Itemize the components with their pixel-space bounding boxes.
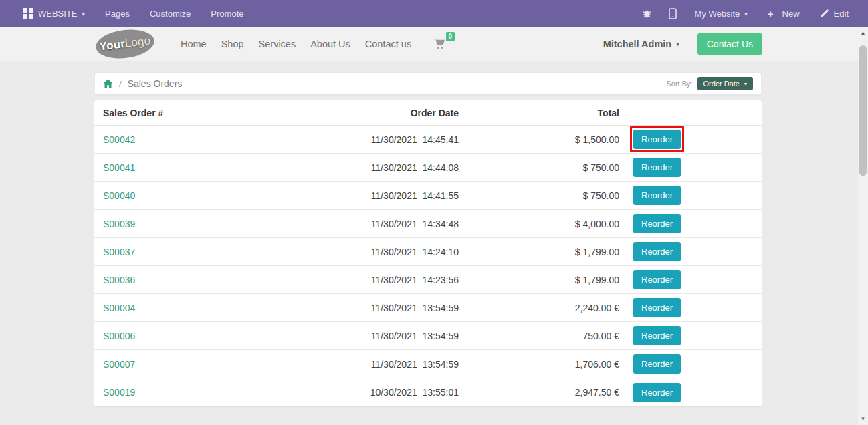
new-button[interactable]: + New (758, 0, 810, 27)
plus-icon: + (768, 9, 774, 19)
table-row: S00042 11/30/2021 14:45:41 $ 1,500.00 Re… (94, 126, 762, 154)
chevron-down-icon: ▾ (676, 41, 679, 47)
order-link[interactable]: S00019 (103, 387, 135, 398)
highlight-box: Reorder (630, 154, 684, 180)
main-nav: Home Shop Services About Us Contact us 0 (173, 38, 447, 49)
menu-promote[interactable]: Promote (201, 0, 253, 27)
order-date-cell: 11/30/2021 13:54:59 (304, 331, 459, 341)
order-total-cell: $ 1,799.00 (459, 275, 619, 285)
home-icon[interactable] (103, 79, 113, 88)
order-date-cell: 11/30/2021 14:44:08 (304, 162, 459, 173)
nav-item-shop[interactable]: Shop (214, 39, 251, 49)
order-date-cell: 10/30/2021 13:55:01 (304, 387, 459, 398)
vertical-scrollbar[interactable]: ▲ ▼ (858, 27, 868, 425)
highlight-box: Reorder (630, 210, 684, 237)
reorder-button[interactable]: Reorder (633, 326, 681, 345)
reorder-button[interactable]: Reorder (633, 298, 681, 317)
highlight-box: Reorder (630, 182, 684, 208)
order-total-cell: $ 750.00 (459, 190, 619, 201)
logo-text-your: Your (99, 37, 126, 53)
order-link[interactable]: S00006 (103, 331, 135, 341)
highlight-box: Reorder (630, 351, 684, 377)
order-link[interactable]: S00040 (103, 190, 135, 201)
order-date-cell: 11/30/2021 13:54:59 (304, 359, 459, 370)
table-row: S00019 10/30/2021 13:55:01 2,947.50 € Re… (94, 378, 762, 406)
debug-bug-icon[interactable] (633, 0, 661, 27)
order-date-cell: 11/30/2021 14:34:48 (304, 219, 459, 229)
scrollbar-thumb[interactable] (859, 45, 867, 176)
user-menu[interactable]: Mitchell Admin ▾ (603, 39, 679, 49)
breadcrumb-bar: / Sales Orders Sort By: Order Date ▾ (94, 72, 762, 95)
order-total-cell: $ 1,500.00 (459, 134, 619, 145)
nav-item-about-us[interactable]: About Us (303, 39, 358, 49)
sort-by-dropdown[interactable]: Order Date ▾ (697, 77, 753, 90)
order-link[interactable]: S00037 (103, 247, 135, 257)
website-apps-menu[interactable]: WEBSITE ▾ (0, 0, 95, 27)
order-total-cell: $ 1,799.00 (459, 247, 619, 257)
order-link[interactable]: S00042 (103, 134, 135, 145)
reorder-button[interactable]: Reorder (633, 214, 681, 233)
order-link[interactable]: S00039 (103, 219, 135, 229)
sort-by-label: Sort By: (666, 80, 692, 88)
highlight-box: Reorder (630, 126, 684, 152)
pencil-icon (820, 9, 829, 18)
edit-button[interactable]: Edit (810, 0, 859, 27)
order-link[interactable]: S00041 (103, 162, 135, 173)
table-row: S00007 11/30/2021 13:54:59 1,706.00 € Re… (94, 350, 762, 378)
chevron-down-icon: ▾ (82, 11, 86, 17)
contact-us-button[interactable]: Contact Us (697, 33, 762, 55)
site-logo[interactable]: YourLogo (94, 26, 156, 61)
apps-grid-icon (23, 8, 33, 19)
reorder-button[interactable]: Reorder (633, 383, 681, 402)
order-total-cell: $ 4,000.00 (459, 219, 619, 229)
reorder-button[interactable]: Reorder (633, 270, 681, 289)
mobile-preview-icon[interactable] (661, 0, 685, 27)
order-date-cell: 11/30/2021 14:23:56 (304, 275, 459, 285)
order-link[interactable]: S00036 (103, 275, 135, 285)
highlight-box: Reorder (630, 295, 684, 321)
highlight-box: Reorder (630, 380, 684, 406)
order-link[interactable]: S00007 (103, 359, 135, 370)
scroll-down-arrow-icon[interactable]: ▼ (858, 414, 868, 424)
col-header-total: Total (459, 108, 619, 118)
reorder-button[interactable]: Reorder (633, 242, 681, 261)
breadcrumb-separator: / (119, 79, 122, 89)
order-total-cell: 2,240.00 € (459, 303, 619, 313)
order-date-cell: 11/30/2021 14:45:41 (304, 134, 459, 145)
website-menu-label: WEBSITE (38, 9, 78, 19)
order-total-cell: $ 750.00 (459, 162, 619, 173)
logo-text-logo: Logo (124, 34, 152, 50)
scroll-up-arrow-icon[interactable]: ▲ (858, 28, 868, 38)
table-row: S00039 11/30/2021 14:34:48 $ 4,000.00 Re… (94, 210, 762, 238)
order-total-cell: 750.00 € (459, 331, 619, 341)
table-header-row: Sales Order # Order Date Total (94, 100, 762, 126)
order-link[interactable]: S00004 (103, 303, 135, 313)
order-total-cell: 1,706.00 € (459, 359, 619, 370)
reorder-button[interactable]: Reorder (633, 354, 681, 374)
my-website-menu[interactable]: My Website ▾ (685, 0, 758, 27)
breadcrumb-current-page: Sales Orders (128, 78, 183, 89)
cart-count-badge: 0 (446, 32, 455, 41)
table-row: S00037 11/30/2021 14:24:10 $ 1,799.00 Re… (94, 238, 762, 266)
admin-top-bar: WEBSITE ▾ Pages Customize Promote (0, 0, 868, 27)
cart-icon (433, 38, 447, 49)
chevron-down-icon: ▾ (744, 11, 748, 17)
highlight-box: Reorder (630, 267, 684, 293)
highlight-box: Reorder (630, 323, 684, 349)
nav-item-contact-us[interactable]: Contact us (358, 39, 419, 49)
cart-button[interactable]: 0 (433, 38, 447, 49)
user-name: Mitchell Admin (603, 39, 672, 49)
order-date-cell: 11/30/2021 14:24:10 (304, 247, 459, 257)
table-row: S00036 11/30/2021 14:23:56 $ 1,799.00 Re… (94, 266, 762, 294)
menu-pages[interactable]: Pages (95, 0, 140, 27)
reorder-button[interactable]: Reorder (633, 130, 681, 149)
reorder-button[interactable]: Reorder (633, 186, 681, 205)
site-header: YourLogo Home Shop Services About Us Con… (0, 27, 868, 61)
chevron-down-icon: ▾ (744, 82, 747, 87)
nav-item-services[interactable]: Services (251, 39, 304, 49)
sales-orders-table: Sales Order # Order Date Total S00042 11… (94, 100, 762, 406)
page: WEBSITE ▾ Pages Customize Promote (0, 0, 868, 425)
menu-customize[interactable]: Customize (140, 0, 201, 27)
nav-item-home[interactable]: Home (173, 39, 214, 49)
reorder-button[interactable]: Reorder (633, 158, 681, 177)
